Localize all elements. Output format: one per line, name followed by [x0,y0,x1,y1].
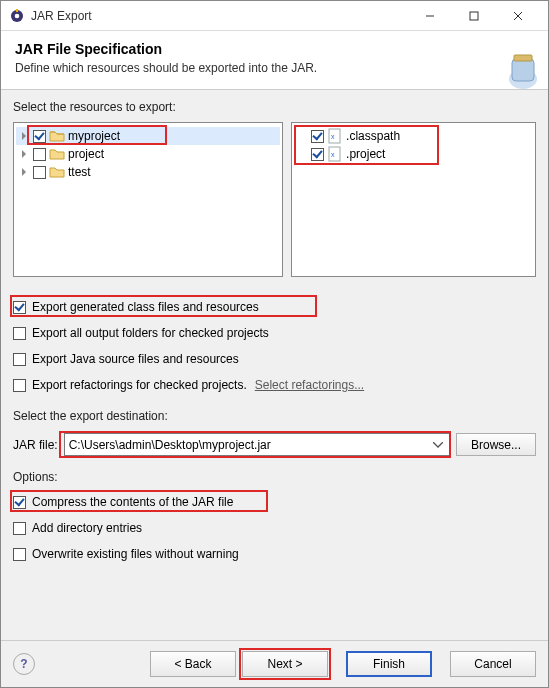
chevron-down-icon[interactable] [429,436,447,453]
tree-row-project[interactable]: project [16,145,280,163]
resources-label: Select the resources to export: [13,100,536,114]
opt-overwrite[interactable]: Overwrite existing files without warning [13,544,536,564]
page-header: JAR File Specification Define which reso… [1,31,548,90]
destination-label: Select the export destination: [13,409,536,423]
opt-export-refactorings[interactable]: Export refactorings for checked projects… [13,375,536,395]
option-label: Compress the contents of the JAR file [32,495,233,509]
checkbox-project[interactable] [33,148,46,161]
checkbox-projectfile[interactable] [311,148,324,161]
opt-add-directory-entries[interactable]: Add directory entries [13,518,536,538]
checkbox[interactable] [13,327,26,340]
option-label: Export Java source files and resources [32,352,239,366]
app-icon [9,8,25,24]
tree-label: .project [346,147,385,161]
window-title: JAR Export [31,9,408,23]
opt-export-class-files[interactable]: Export generated class files and resourc… [13,297,536,317]
option-label: Export refactorings for checked projects… [32,378,247,392]
cancel-button[interactable]: Cancel [450,651,536,677]
maximize-button[interactable] [452,1,496,31]
page-title: JAR File Specification [15,41,534,57]
tree-row-myproject[interactable]: myproject [16,127,280,145]
option-label: Overwrite existing files without warning [32,547,239,561]
tree-label: myproject [68,129,120,143]
next-button[interactable]: Next > [242,651,328,677]
opt-compress[interactable]: Compress the contents of the JAR file [13,492,536,512]
projects-tree[interactable]: myproject project ttes [13,122,283,277]
help-icon[interactable]: ? [13,653,35,675]
option-label: Export all output folders for checked pr… [32,326,269,340]
checkbox-ttest[interactable] [33,166,46,179]
svg-text:x: x [331,151,335,158]
checkbox-myproject[interactable] [33,130,46,143]
back-button[interactable]: < Back [150,651,236,677]
page-subtitle: Define which resources should be exporte… [15,61,534,75]
xml-file-icon: x [327,146,343,162]
checkbox[interactable] [13,548,26,561]
project-open-icon [49,128,65,144]
project-icon [49,146,65,162]
svg-text:x: x [331,133,335,140]
select-refactorings-link[interactable]: Select refactorings... [255,378,364,392]
tree-label: .classpath [346,129,400,143]
tree-label: ttest [68,165,91,179]
browse-button[interactable]: Browse... [456,433,536,456]
option-label: Export generated class files and resourc… [32,300,259,314]
jar-decor-icon [490,37,540,91]
jar-file-field-label: JAR file: [13,438,58,452]
minimize-button[interactable] [408,1,452,31]
xml-file-icon: x [327,128,343,144]
checkbox[interactable] [13,301,26,314]
checkbox[interactable] [13,496,26,509]
checkbox-classpath[interactable] [311,130,324,143]
tree-row-classpath[interactable]: x .classpath [294,127,533,145]
chevron-right-icon[interactable] [18,166,30,178]
options-label: Options: [13,470,536,484]
files-tree[interactable]: x .classpath x .project [291,122,536,277]
wizard-footer: ? < Back Next > Finish Cancel [1,640,548,687]
opt-export-output-folders[interactable]: Export all output folders for checked pr… [13,323,536,343]
svg-rect-6 [514,55,532,61]
tree-label: project [68,147,104,161]
tree-row-ttest[interactable]: ttest [16,163,280,181]
opt-export-java-source[interactable]: Export Java source files and resources [13,349,536,369]
titlebar: JAR Export [1,1,548,31]
svg-rect-5 [512,59,534,81]
chevron-right-icon[interactable] [18,130,30,142]
chevron-right-icon[interactable] [18,148,30,160]
close-button[interactable] [496,1,540,31]
svg-point-1 [15,13,20,18]
checkbox[interactable] [13,353,26,366]
svg-rect-3 [470,12,478,20]
project-icon [49,164,65,180]
jar-file-combo[interactable]: C:\Users\admin\Desktop\myproject.jar [64,433,450,456]
option-label: Add directory entries [32,521,142,535]
tree-row-projectfile[interactable]: x .project [294,145,533,163]
finish-button[interactable]: Finish [346,651,432,677]
jar-file-value: C:\Users\admin\Desktop\myproject.jar [69,438,271,452]
checkbox[interactable] [13,522,26,535]
checkbox[interactable] [13,379,26,392]
svg-rect-2 [16,9,18,12]
